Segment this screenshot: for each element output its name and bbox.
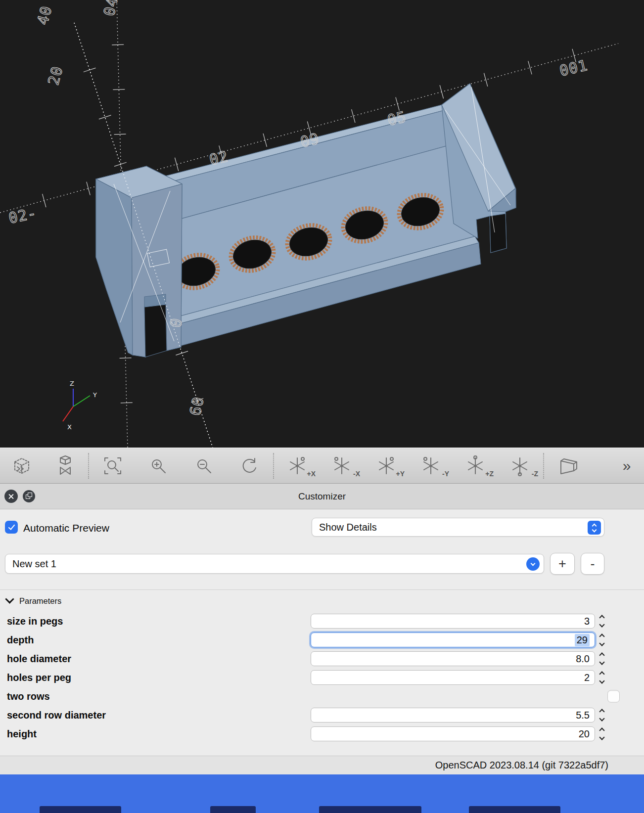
openscad-window: 40200402-020905001060 Z Y X [0,0,644,813]
axis-star-icon [286,454,309,477]
collapse-chevron-icon [5,594,14,603]
param-value: 8.0 [576,653,590,665]
details-dropdown-value: Show Details [319,522,377,533]
toolbar-separator [543,453,544,479]
axis-view-label: +Z [485,470,494,478]
param-label: hole diameter [7,653,71,665]
perspective-toggle-button[interactable] [545,450,589,482]
reset-view-icon [238,454,261,477]
param-label: holes per peg [7,672,71,683]
axis-star-icon [508,454,531,477]
second-row-diameter-spinner[interactable] [597,708,607,722]
reset-view-button[interactable] [227,450,272,482]
axis-star-icon [464,454,487,477]
depth-field[interactable]: 29 [311,632,595,647]
3d-viewport[interactable]: 40200402-020905001060 Z Y X [0,0,644,448]
cube-stand-icon [54,454,77,477]
height-field[interactable]: 20 [311,726,595,741]
param-row-hole-diameter: hole diameter 8.0 [0,649,644,668]
size-in-pegs-spinner[interactable] [597,614,607,628]
cropped-text-fragment [210,806,256,813]
add-preset-button[interactable]: + [550,553,575,575]
param-value-selected: 29 [575,634,590,646]
axis-view-label: -X [353,470,360,478]
toolbar-overflow-button[interactable]: » [609,450,644,482]
zoom-frame-icon [101,454,124,477]
view-minus-x-button[interactable]: -X [320,450,364,482]
param-value: 5.5 [576,710,590,721]
customizer-header: Customizer [0,484,644,509]
param-value: 20 [579,728,590,740]
two-rows-checkbox[interactable] [607,690,620,703]
chevron-down-icon [531,561,536,566]
parameters-group: Parameters size in pegs 3 depth 29 [0,589,644,743]
param-label: second row diameter [7,710,106,721]
view-minus-y-button[interactable]: -Y [409,450,453,482]
second-row-diameter-field[interactable]: 5.5 [311,708,595,723]
axis-view-label: +Y [396,470,405,478]
view-toolbar: +X -X +Y -Y +Z [0,448,644,484]
zoom-all-button[interactable] [90,450,136,482]
param-label: depth [7,634,34,646]
cropped-bottom-strip [0,774,644,813]
version-text: OpenSCAD 2023.08.14 (git 7322a5df7) [435,760,608,771]
check-icon [8,523,15,530]
axis-star-icon [330,454,353,477]
depth-spinner[interactable] [597,633,607,647]
automatic-preview-label: Automatic Preview [23,522,109,534]
view-plus-y-button[interactable]: +Y [364,450,409,482]
preset-dropdown[interactable]: New set 1 [5,554,544,574]
spinner-down-icon [599,678,604,683]
spinner-up-icon [599,709,604,714]
param-row-depth: depth 29 [0,631,644,649]
view-plus-z-button[interactable]: +Z [453,450,498,482]
holes-per-peg-spinner[interactable] [597,671,607,684]
cropped-text-fragment [40,806,121,813]
param-label: two rows [7,691,50,702]
parameters-group-title: Parameters [19,596,61,606]
spinner-down-icon [599,734,604,740]
spinner-up-icon [599,615,604,620]
automatic-preview-checkbox[interactable] [5,521,18,534]
axis-view-label: -Y [442,470,449,478]
customizer-panel-title: Customizer [0,491,644,502]
toolbar-separator [273,453,274,479]
parameters-group-header[interactable]: Parameters [0,590,644,612]
preset-dropdown-value: New set 1 [12,558,56,570]
param-label: height [7,728,37,740]
spinner-down-icon [599,716,604,721]
spinner-up-icon [599,652,604,658]
spinner-up-icon [599,671,604,677]
hole-diameter-spinner[interactable] [597,652,607,666]
3d-scene: 40200402-020905001060 Z Y X [0,0,644,448]
axis-view-label: +X [307,470,316,478]
view-plus-x-button[interactable]: +X [275,450,320,482]
hole-diameter-field[interactable]: 8.0 [311,651,595,666]
frustum-icon [555,454,578,477]
spinner-down-icon [599,640,604,646]
param-value: 3 [584,616,590,627]
spinner-down-icon [599,659,604,665]
zoom-in-button[interactable] [136,450,181,482]
height-spinner[interactable] [597,727,607,741]
size-in-pegs-field[interactable]: 3 [311,614,595,629]
customizer-panel: Automatic Preview Show Details New set 1… [0,509,644,756]
holes-per-peg-field[interactable]: 2 [311,670,595,685]
view-all-button[interactable] [44,450,87,482]
details-dropdown[interactable]: Show Details [312,518,604,537]
status-bar: OpenSCAD 2023.08.14 (git 7322a5df7) [0,756,644,774]
param-row-second-row-diameter: second row diameter 5.5 [0,706,644,724]
param-row-height: height 20 [0,724,644,743]
cropped-text-fragment [469,806,560,813]
param-row-holes-per-peg: holes per peg 2 [0,668,644,687]
spinner-up-icon [599,633,604,639]
gizmo-y-label: Y [92,391,97,399]
zoom-out-icon [192,454,215,477]
remove-preset-button[interactable]: - [581,553,604,575]
view-minus-z-button[interactable]: -Z [498,450,542,482]
zoom-in-icon [147,454,170,477]
preview-cube-button[interactable] [0,450,44,482]
zoom-out-button[interactable] [181,450,227,482]
cropped-text-fragment [319,806,421,813]
axis-view-label: -Z [532,470,538,478]
